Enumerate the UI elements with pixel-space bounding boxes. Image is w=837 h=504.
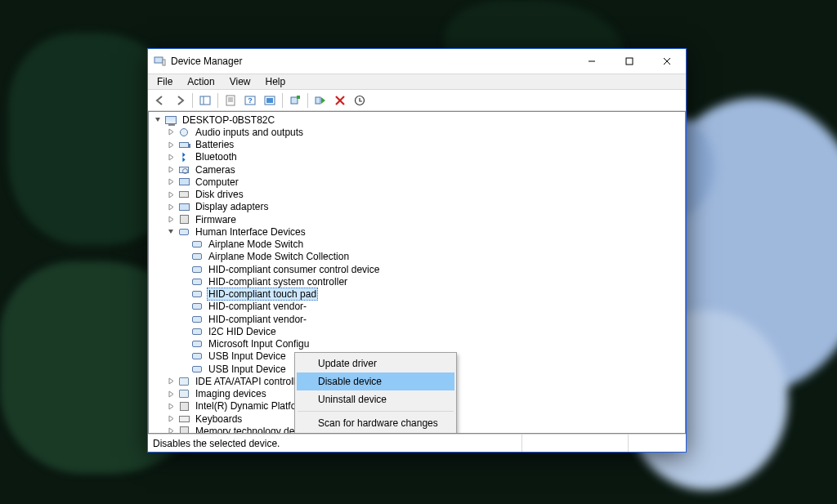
- category-icon: [177, 200, 190, 213]
- menu-action[interactable]: Action: [181, 75, 220, 88]
- device-node[interactable]: Airplane Mode Switch Collection: [178, 251, 685, 263]
- close-button[interactable]: [648, 49, 686, 74]
- back-button[interactable]: [151, 91, 169, 109]
- action-button[interactable]: [261, 91, 279, 109]
- device-icon: [190, 263, 204, 276]
- category-icon: [177, 213, 190, 226]
- device-label: HID-compliant touch pad: [207, 288, 318, 301]
- svg-rect-3: [626, 58, 633, 65]
- properties-button[interactable]: [222, 91, 239, 109]
- device-label: Airplane Mode Switch Collection: [207, 251, 351, 262]
- expand-icon[interactable]: [165, 214, 177, 225]
- device-label: USB Input Device: [207, 350, 288, 362]
- minimize-button[interactable]: [573, 49, 611, 74]
- category-label: IDE ATA/ATAPI controllers: [194, 376, 311, 387]
- expand-icon[interactable]: [165, 139, 177, 150]
- device-label: HID-compliant vendor-: [207, 314, 308, 325]
- category-icon: [177, 375, 190, 388]
- titlebar[interactable]: Device Manager: [148, 49, 686, 74]
- context-menu: Update driverDisable deviceUninstall dev…: [294, 352, 457, 434]
- device-node[interactable]: HID-compliant vendor-: [178, 313, 685, 325]
- category-node[interactable]: Human Interface Devices: [165, 225, 685, 238]
- menu-file[interactable]: File: [151, 75, 178, 88]
- device-node[interactable]: HID-compliant vendor-: [178, 301, 685, 313]
- window-controls: [573, 49, 686, 74]
- device-label: Airplane Mode Switch: [207, 239, 305, 250]
- menu-view[interactable]: View: [224, 75, 257, 88]
- expand-icon[interactable]: [165, 176, 177, 188]
- device-label: I2C HID Device: [207, 326, 278, 337]
- category-node[interactable]: Display adapters: [165, 201, 685, 213]
- device-label: Microsoft Input Configu: [207, 338, 311, 350]
- expand-icon[interactable]: [165, 201, 177, 212]
- device-icon: [190, 250, 204, 263]
- expand-icon[interactable]: [165, 413, 177, 425]
- category-icon: [177, 425, 190, 433]
- show-hide-tree-button[interactable]: [196, 91, 214, 109]
- context-menu-item[interactable]: Scan for hardware changes: [297, 414, 454, 432]
- root-node[interactable]: DESKTOP-0BST82C: [152, 114, 685, 126]
- enable-device-button[interactable]: [311, 91, 329, 109]
- window-title: Device Manager: [171, 56, 573, 67]
- device-label: HID-compliant consumer control device: [207, 264, 381, 275]
- category-node[interactable]: Batteries: [165, 139, 685, 151]
- status-text: Disables the selected device.: [148, 435, 522, 452]
- category-label: Cameras: [194, 164, 237, 176]
- status-cell-2: [522, 435, 629, 452]
- help-button[interactable]: ?: [241, 91, 259, 109]
- device-icon: [190, 337, 204, 350]
- expand-icon[interactable]: [165, 400, 177, 412]
- svg-rect-1: [163, 60, 165, 65]
- category-node[interactable]: Bluetooth: [165, 151, 685, 163]
- context-menu-item[interactable]: Uninstall device: [297, 390, 454, 408]
- expand-icon[interactable]: [165, 189, 177, 200]
- category-node[interactable]: Disk drives: [165, 189, 685, 201]
- category-icon: [177, 126, 190, 139]
- category-label: Audio inputs and outputs: [194, 127, 305, 138]
- expand-icon[interactable]: [165, 426, 177, 433]
- category-icon: [177, 413, 190, 426]
- category-node[interactable]: Firmware: [165, 213, 685, 225]
- collapse-icon[interactable]: [165, 226, 177, 238]
- category-label: Imaging devices: [194, 388, 268, 399]
- category-node[interactable]: Computer: [165, 176, 685, 188]
- category-label: Keyboards: [194, 413, 244, 425]
- disable-device-button[interactable]: [331, 91, 349, 109]
- device-label: HID-compliant system controller: [207, 276, 349, 288]
- category-icon: [177, 387, 190, 400]
- root-label: DESKTOP-0BST82C: [181, 114, 276, 126]
- device-icon: [190, 350, 204, 363]
- device-node[interactable]: HID-compliant system controller: [178, 275, 685, 288]
- expand-icon[interactable]: [165, 151, 177, 163]
- svg-rect-18: [316, 97, 320, 104]
- svg-rect-8: [226, 96, 235, 105]
- category-icon: [177, 225, 190, 239]
- expand-icon[interactable]: [165, 164, 177, 176]
- device-node[interactable]: Microsoft Input Configu: [178, 338, 685, 350]
- category-node[interactable]: Audio inputs and outputs: [165, 126, 685, 138]
- category-icon: [177, 176, 190, 189]
- device-node[interactable]: I2C HID Device: [178, 325, 685, 337]
- device-label: HID-compliant vendor-: [207, 301, 308, 312]
- category-label: Disk drives: [194, 189, 245, 200]
- expand-icon[interactable]: [165, 376, 177, 387]
- device-icon: [190, 275, 204, 288]
- expand-icon[interactable]: [165, 388, 177, 399]
- category-icon: [177, 188, 190, 201]
- device-node[interactable]: HID-compliant consumer control device: [178, 263, 685, 275]
- collapse-icon[interactable]: [152, 114, 163, 126]
- menu-help[interactable]: Help: [260, 75, 292, 88]
- scan-hardware-button[interactable]: [286, 91, 304, 109]
- category-icon: [177, 399, 190, 413]
- toolbar: ?: [148, 90, 686, 111]
- uninstall-device-button[interactable]: [351, 91, 369, 109]
- context-menu-item[interactable]: Update driver: [297, 355, 454, 372]
- expand-icon[interactable]: [165, 127, 177, 138]
- forward-button[interactable]: [171, 91, 189, 109]
- category-node[interactable]: Cameras: [165, 163, 685, 176]
- context-menu-item[interactable]: Disable device: [297, 372, 454, 390]
- device-node[interactable]: Airplane Mode Switch: [178, 239, 685, 251]
- device-node[interactable]: HID-compliant touch pad: [178, 288, 685, 301]
- device-icon: [190, 288, 204, 301]
- maximize-button[interactable]: [611, 49, 648, 74]
